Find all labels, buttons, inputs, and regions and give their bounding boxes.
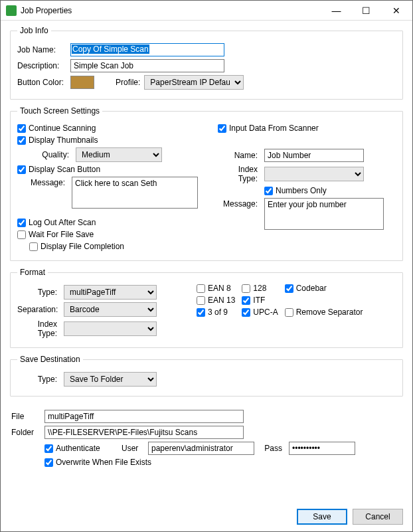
file-input[interactable] xyxy=(44,410,244,423)
separation-select[interactable]: Barcode xyxy=(64,302,157,317)
pass-input[interactable] xyxy=(289,442,355,455)
file-label: File xyxy=(11,412,41,421)
description-input[interactable] xyxy=(70,59,224,72)
128-label: 128 xyxy=(253,284,266,293)
separation-label: Separation: xyxy=(17,305,60,314)
minimize-button[interactable]: — xyxy=(321,1,351,20)
wait-file-save-checkbox[interactable] xyxy=(17,230,26,239)
app-icon xyxy=(6,5,17,16)
dialog-body: Job Info Job Name: Copy Of Simple Scan D… xyxy=(1,21,412,505)
format-index-type-label: Index Type: xyxy=(17,319,60,338)
quality-select[interactable]: Medium xyxy=(76,147,162,162)
remove-separator-label: Remove Separator xyxy=(296,308,363,317)
scan-message-label: Message: xyxy=(29,177,68,187)
profile-label: Profile: xyxy=(116,78,140,87)
authenticate-checkbox[interactable] xyxy=(44,444,53,453)
logout-after-scan-checkbox[interactable] xyxy=(17,219,26,227)
display-scan-button-label: Display Scan Button xyxy=(29,165,100,174)
window-controls: — ☐ ✕ xyxy=(321,1,411,20)
dialog-button-bar: Save Cancel xyxy=(1,505,412,531)
index-type-select[interactable] xyxy=(264,167,364,181)
display-thumbnails-checkbox[interactable] xyxy=(17,136,26,145)
itf-checkbox[interactable] xyxy=(242,296,250,305)
maximize-button[interactable]: ☐ xyxy=(351,1,381,20)
numbers-only-checkbox[interactable] xyxy=(264,187,273,195)
touch-legend: Touch Screen Settings xyxy=(17,106,102,116)
pass-label: Pass xyxy=(258,444,285,453)
input-data-scanner-checkbox[interactable] xyxy=(218,124,226,133)
touch-left-col: Continue Scanning Display Thumbnails Qua… xyxy=(17,121,198,254)
3of9-label: 3 of 9 xyxy=(208,308,228,317)
index-type-label: Index Type: xyxy=(218,165,260,183)
user-input[interactable] xyxy=(148,442,254,455)
minimize-icon: — xyxy=(332,5,341,16)
upca-checkbox[interactable] xyxy=(242,308,250,317)
format-type-label: Type: xyxy=(17,288,60,297)
maximize-icon: ☐ xyxy=(362,5,371,16)
job-name-input[interactable]: Copy Of Simple Scan xyxy=(70,43,224,56)
numbers-only-label: Numbers Only xyxy=(276,186,327,195)
profile-select[interactable]: PaperStream IP Default xyxy=(144,75,244,90)
overwrite-label: Overwrite When File Exists xyxy=(56,458,151,467)
display-thumbnails-label: Display Thumbnails xyxy=(29,135,98,145)
quality-label: Quality: xyxy=(29,150,72,159)
titlebar: Job Properties — ☐ ✕ xyxy=(1,1,412,21)
ean13-checkbox[interactable] xyxy=(197,296,205,305)
format-left: Type: multiPageTiff Separation: Barcode … xyxy=(17,282,177,341)
save-dest-legend: Save Destination xyxy=(17,355,83,364)
save-dest-type-label: Type: xyxy=(17,375,60,384)
continue-scanning-checkbox[interactable] xyxy=(17,124,26,133)
user-label: User xyxy=(122,444,144,453)
index-name-input[interactable] xyxy=(264,149,364,162)
save-destination-group: Save Destination Type: Save To Folder xyxy=(10,355,403,397)
scan-message-input[interactable]: Click here to scan Seth xyxy=(72,177,198,209)
barcode-options: EAN 8 128 Codebar EAN 13 ITF 3 of 9 UPC-… xyxy=(197,282,363,341)
logout-after-scan-label: Log Out After Scan xyxy=(29,218,96,227)
128-checkbox[interactable] xyxy=(242,284,250,293)
touch-settings-group: Touch Screen Settings Continue Scanning … xyxy=(10,106,403,261)
codebar-checkbox[interactable] xyxy=(285,284,293,293)
continue-scanning-label: Continue Scanning xyxy=(29,124,96,133)
window-title: Job Properties xyxy=(21,6,321,15)
3of9-checkbox[interactable] xyxy=(197,308,205,317)
overwrite-checkbox[interactable] xyxy=(44,458,53,467)
ean8-label: EAN 8 xyxy=(208,284,231,293)
index-message-label: Message: xyxy=(218,198,260,209)
input-data-scanner-label: Input Data From Scanner xyxy=(229,124,319,133)
save-dest-type-select[interactable]: Save To Folder xyxy=(64,372,157,387)
ean13-label: EAN 13 xyxy=(208,296,235,305)
button-color-label: Button Color: xyxy=(17,78,66,87)
job-name-label: Job Name: xyxy=(17,45,66,54)
job-info-legend: Job Info xyxy=(17,26,51,35)
upca-label: UPC-A xyxy=(253,308,278,317)
remove-separator-checkbox[interactable] xyxy=(285,308,293,317)
cancel-button[interactable]: Cancel xyxy=(353,509,403,525)
close-button[interactable]: ✕ xyxy=(381,1,411,20)
folder-input[interactable] xyxy=(44,426,244,439)
format-index-type-select[interactable] xyxy=(64,321,157,336)
codebar-label: Codebar xyxy=(296,284,327,293)
display-scan-button-checkbox[interactable] xyxy=(17,165,26,174)
touch-right-col: Input Data From Scanner Name: Index Type… xyxy=(218,121,396,254)
name-label: Name: xyxy=(218,151,260,160)
job-name-value: Copy Of Simple Scan xyxy=(72,44,149,54)
save-button[interactable]: Save xyxy=(297,509,347,525)
wait-file-save-label: Wait For File Save xyxy=(29,230,94,239)
ean8-checkbox[interactable] xyxy=(197,284,205,293)
description-label: Description: xyxy=(17,61,66,70)
close-icon: ✕ xyxy=(392,5,400,16)
save-fields: File Folder Authenticate User Pass Overw… xyxy=(10,403,403,470)
format-type-select[interactable]: multiPageTiff xyxy=(64,285,157,300)
folder-label: Folder xyxy=(11,428,41,437)
itf-label: ITF xyxy=(253,296,265,305)
button-color-swatch[interactable] xyxy=(70,76,94,89)
format-group: Format Type: multiPageTiff Separation: B… xyxy=(10,268,403,348)
authenticate-label: Authenticate xyxy=(56,444,100,453)
display-file-completion-checkbox[interactable] xyxy=(29,242,38,251)
index-message-input[interactable]: Enter your job number xyxy=(264,198,384,230)
format-legend: Format xyxy=(17,268,48,277)
job-info-group: Job Info Job Name: Copy Of Simple Scan D… xyxy=(10,26,403,100)
window-root: Job Properties — ☐ ✕ Job Info Job Name: … xyxy=(0,0,413,532)
display-file-completion-label: Display File Completion xyxy=(41,242,124,251)
